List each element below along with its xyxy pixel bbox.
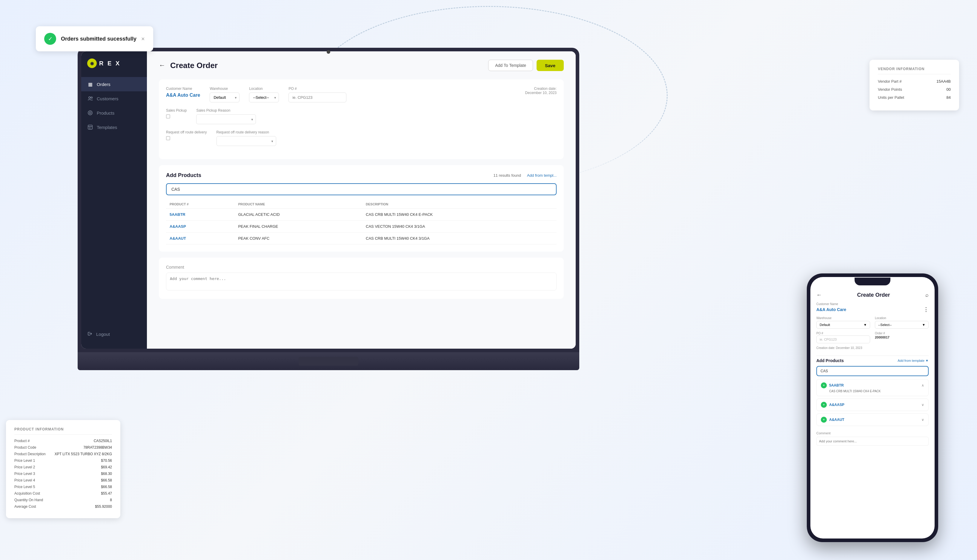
route-reason-label: Request off route delivery reason — [217, 130, 276, 134]
phone-product-add-icon-3[interactable]: + — [821, 417, 827, 423]
order-form: ← Create Order Add To Template Save Cust… — [147, 51, 576, 349]
results-count: 11 results found — [494, 173, 521, 178]
phone-product-left-3: + A&AAUT — [821, 417, 844, 423]
form-fields-panel: Customer Name A&A Auto Care Warehouse De… — [159, 79, 564, 159]
phone-product-search-input[interactable] — [816, 366, 929, 376]
add-to-template-button[interactable]: Add To Template — [488, 60, 533, 71]
phone-warehouse-group: Warehouse Default ▼ — [816, 317, 870, 329]
product-desc-1: CAS CRB MULTI 15W40 CK4 E-PACK — [362, 209, 557, 221]
logout-icon — [87, 331, 93, 337]
phone-product-header-3: + A&AAUT ∨ — [821, 417, 924, 423]
phone-content: ← Create Order ⌕ Customer Name A&A Auto … — [810, 277, 935, 538]
creation-date-label: Creation date: — [525, 87, 557, 91]
product-val-10: $55.92000 — [95, 505, 112, 509]
product-desc-3: CAS CRB MULTI 15W40 CK4 3/1GA — [362, 233, 557, 245]
col-header-product-name: PRODUCT NAME — [235, 200, 362, 209]
sidebar-logout[interactable]: Logout — [81, 327, 147, 342]
phone-product-add-icon-1[interactable]: + — [821, 382, 827, 388]
phone-chevron-up-1[interactable]: ∧ — [922, 383, 924, 387]
laptop-screen: ◉ R E X ▦ Orders — [81, 51, 576, 349]
form-row-route: Request off route delivery Request off r… — [166, 130, 557, 146]
phone-product-code-2[interactable]: A&AASP — [829, 403, 844, 407]
product-desc-2: CAS VECTON 15W40 CK4 3/1GA — [362, 221, 557, 233]
comment-textarea[interactable] — [166, 273, 557, 290]
sales-pickup-reason-group: Sales Pickup Reason — [196, 108, 256, 124]
save-button[interactable]: Save — [537, 60, 564, 71]
back-arrow-button[interactable]: ← — [159, 62, 165, 69]
sidebar: ◉ R E X ▦ Orders — [81, 51, 147, 349]
po-input[interactable] — [288, 93, 346, 102]
add-from-template-link[interactable]: Add from templ... — [527, 173, 557, 178]
route-reason-select[interactable] — [217, 136, 276, 146]
comment-label: Comment — [166, 265, 557, 270]
product-val-6: $66.58 — [101, 478, 112, 482]
col-header-description: DESCRIPTION — [362, 200, 557, 209]
phone-comment-input[interactable] — [816, 437, 929, 446]
phone-back-button[interactable]: ← — [816, 292, 822, 298]
product-row-10: Average Cost $55.92000 — [14, 505, 112, 509]
phone-chevron-down-2[interactable]: ∨ — [922, 403, 924, 407]
sales-pickup-checkbox[interactable] — [166, 114, 170, 118]
phone-creation-date: Creation date: December 10, 2023 — [816, 346, 929, 350]
phone-more-icon[interactable]: ⋮ — [923, 306, 929, 313]
creation-date-value: December 10, 2023 — [525, 91, 557, 95]
phone-warehouse-select[interactable]: Default ▼ — [816, 321, 870, 329]
laptop-camera — [327, 50, 330, 54]
vendor-val-2: 00 — [947, 87, 951, 92]
phone-product-item-2: + A&AASP ∨ — [816, 398, 929, 411]
sidebar-item-customers[interactable]: Customers — [81, 91, 147, 106]
phone-header: ← Create Order ⌕ — [816, 292, 929, 298]
laptop-base — [78, 352, 579, 370]
phone-customer-label: Customer Name — [816, 302, 929, 306]
product-row-0: Product # CAS250IL1 — [14, 439, 112, 443]
vendor-val-1: 15AA4B — [936, 79, 951, 83]
product-link-3[interactable]: A&AAUT — [170, 236, 186, 241]
sidebar-item-orders[interactable]: ▦ Orders — [81, 77, 147, 91]
logo-icon: ◉ — [87, 58, 97, 68]
product-link-1[interactable]: 5AABTR — [170, 212, 185, 217]
product-row-6: Price Level 4 $66.58 — [14, 478, 112, 482]
product-key-1: Product Code — [14, 445, 36, 450]
product-key-6: Price Level 4 — [14, 478, 35, 482]
phone-body: ← Create Order ⌕ Customer Name A&A Auto … — [807, 273, 938, 542]
product-row-1: Product Code 78RAT2398BW34 — [14, 445, 112, 450]
sidebar-item-label-products: Products — [97, 110, 114, 115]
notification-check-icon: ✓ — [44, 33, 56, 45]
sidebar-item-templates[interactable]: Templates — [81, 120, 147, 134]
sidebar-item-products[interactable]: Products — [81, 106, 147, 120]
warehouse-select[interactable]: Default — [210, 93, 240, 102]
phone-location-group: Location --Select-- ▼ — [875, 317, 929, 329]
product-key-7: Price Level 5 — [14, 485, 35, 489]
sales-pickup-reason-select[interactable] — [196, 114, 256, 124]
header-actions: Add To Template Save — [488, 60, 564, 71]
product-val-5: $68.30 — [101, 472, 112, 476]
phone-product-code-3[interactable]: A&AAUT — [829, 418, 844, 422]
phone-product-code-1[interactable]: 5AABTR — [829, 383, 844, 387]
product-search-input[interactable] — [166, 183, 557, 195]
product-name-1: GLACIAL ACETIC ACID — [235, 209, 362, 221]
product-val-1: 78RAT2398BW34 — [83, 445, 112, 450]
col-header-product-num: PRODUCT # — [166, 200, 235, 209]
phone-search-icon[interactable]: ⌕ — [925, 292, 929, 298]
vendor-card-title: VENDOR INFORMATION — [878, 67, 951, 74]
route-delivery-checkbox[interactable] — [166, 136, 170, 140]
templates-icon — [87, 124, 93, 130]
location-label: Location — [249, 87, 279, 91]
phone-order-group: Order # 20000017 — [875, 332, 929, 343]
phone-product-desc-1: CAS CRB MULTI 15W40 CK4 E-PACK — [821, 390, 924, 393]
phone-location-select[interactable]: --Select-- ▼ — [875, 321, 929, 329]
product-link-2[interactable]: A&AASP — [170, 224, 186, 229]
location-select[interactable]: --Select-- — [249, 93, 279, 102]
sidebar-logo: ◉ R E X — [81, 58, 147, 77]
page-title: Create Order — [170, 61, 218, 70]
po-label: PO # — [288, 87, 346, 91]
notification-close-button[interactable]: × — [141, 35, 145, 42]
phone-screen: ← Create Order ⌕ Customer Name A&A Auto … — [810, 277, 935, 538]
phone-warehouse-chevron: ▼ — [864, 323, 867, 327]
product-name-3: PEAK CONV AFC — [235, 233, 362, 245]
phone-comment-label: Comment — [816, 431, 929, 435]
phone-add-from-template[interactable]: Add from template ▼ — [898, 359, 929, 362]
phone-po-input[interactable]: ie. CPG123 — [816, 335, 870, 343]
phone-product-add-icon-2[interactable]: + — [821, 402, 827, 408]
phone-chevron-down-3[interactable]: ∨ — [922, 418, 924, 422]
